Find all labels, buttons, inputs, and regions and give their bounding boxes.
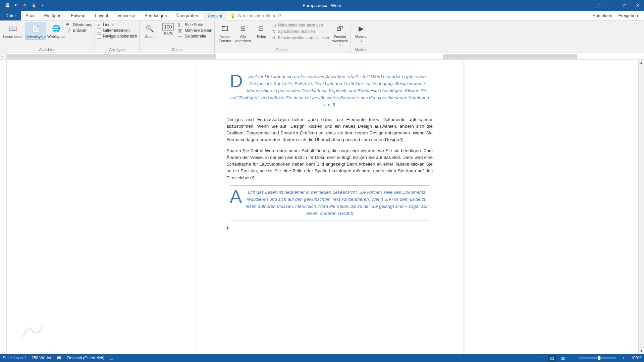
quote-block-1[interactable]: D amit Ihr Dokument ein professionelles … [230, 70, 429, 112]
file-tab[interactable]: Datei [0, 11, 21, 20]
spellcheck-icon[interactable]: 📖 [57, 356, 62, 360]
status-bar: Seite 1 von 1 258 Wörter 📖 Deutsch (Öste… [0, 354, 644, 362]
tab-start[interactable]: Start [21, 11, 39, 20]
sync-scroll-button: ⇅ Synchrones Scrollen [271, 29, 330, 34]
qat-customize-icon[interactable]: ▾ [38, 1, 46, 9]
group-label-zoom: Zoom [142, 47, 212, 53]
one-page-button[interactable]: ▯ Eine Seite [178, 22, 212, 27]
reset-pos-button: ↺ Fensterposition zurücksetzen [271, 35, 330, 41]
ruler-checkbox[interactable]: ✓ Lineal [97, 22, 137, 27]
horizontal-ruler[interactable]: ⌐ [0, 53, 644, 60]
tab-selector-icon[interactable]: ⌐ [0, 53, 7, 59]
side-by-side-icon: ▯▯ [271, 22, 276, 28]
sign-in-link[interactable]: Anmelden [593, 13, 612, 18]
tab-entwurf[interactable]: Entwurf [66, 11, 90, 20]
sync-scroll-icon: ⇅ [271, 29, 276, 34]
watermark-icon [20, 320, 45, 341]
tab-ueberpruefen[interactable]: Überprüfen [172, 11, 203, 20]
macros-icon: ▶ [356, 23, 367, 34]
maximize-icon[interactable]: □ [619, 1, 631, 10]
vertical-ruler[interactable] [0, 60, 7, 354]
draft-button[interactable]: 📝 Entwurf [66, 28, 93, 33]
nav-pane-checkbox[interactable]: Navigationsbereich [97, 34, 137, 39]
draft-icon: 📝 [66, 28, 71, 33]
group-label-fenster: Fenster [217, 47, 348, 53]
word-count[interactable]: 258 Wörter [32, 356, 51, 360]
print-layout-button[interactable]: 📄 Seitenlayout [25, 22, 46, 40]
tab-einfuegen[interactable]: Einfügen [40, 11, 66, 20]
ribbon: 📖 Lesemodus 📄 Seitenlayout 🌐 Weblayout ☰… [0, 21, 644, 53]
scroll-up-icon[interactable]: ▲ [639, 60, 644, 65]
zoom-in-button[interactable]: + [620, 355, 626, 361]
switch-windows-button[interactable]: 🗗 Fenster wechseln [332, 22, 348, 47]
undo-icon[interactable]: ↶ [12, 1, 20, 9]
tab-layout[interactable]: Layout [90, 11, 113, 20]
print-layout-view-icon[interactable]: ▤ [548, 355, 556, 361]
web-layout-icon: 🌐 [51, 23, 61, 34]
zoom-slider[interactable] [579, 357, 616, 359]
zoom-out-button[interactable]: − [569, 355, 575, 361]
read-mode-icon: 📖 [7, 23, 18, 34]
quote-2-text: uch das Lesen ist bequemer in der neuen … [246, 190, 428, 216]
page[interactable]: D amit Ihr Dokument ein professionelles … [196, 60, 463, 354]
multi-page-button[interactable]: ▯▯ Mehrere Seiten [178, 28, 212, 33]
group-zoom: 🔍 Zoom 100 100% ▯ Eine Seite ▯▯ Mehrere … [140, 21, 215, 53]
document-canvas[interactable]: D amit Ihr Dokument ein professionelles … [7, 60, 644, 354]
checkbox-icon [97, 34, 101, 39]
gridlines-checkbox[interactable]: Gitternetzlinien [97, 28, 137, 33]
group-label-makros: Makros [353, 47, 370, 53]
empty-paragraph[interactable]: ¶ [226, 225, 433, 232]
tab-ansicht[interactable]: Ansicht [203, 11, 227, 21]
web-layout-button[interactable]: 🌐 Weblayout [48, 22, 64, 39]
arrange-all-button[interactable]: ⊞ Alle anordnen [235, 22, 252, 43]
paragraph-2[interactable]: Designs und Formatvorlagen helfen auch d… [226, 116, 433, 143]
split-icon: ⊟ [256, 23, 267, 34]
checkbox-icon [97, 28, 101, 33]
ribbon-display-options-icon[interactable]: ▭ [594, 1, 603, 7]
tab-sendungen[interactable]: Sendungen [140, 11, 172, 20]
scroll-down-icon[interactable]: ▼ [639, 348, 644, 354]
group-anzeigen: ✓ Lineal Gitternetzlinien Navigationsber… [95, 21, 140, 53]
zoom-level[interactable]: 100% [631, 356, 641, 360]
read-mode-view-icon[interactable]: ▭ [537, 355, 546, 361]
hundred-icon: 100 [162, 23, 174, 31]
tab-verweise[interactable]: Verweise [113, 11, 140, 20]
tell-me-search[interactable]: 💡 Was möchten Sie tun? [230, 11, 281, 20]
macro-recording-icon[interactable]: ▢ [110, 356, 113, 360]
hundred-percent-button[interactable]: 100 100% [160, 22, 176, 36]
switch-windows-icon: 🗗 [335, 23, 345, 34]
group-makros: ▶ Makros Makros [351, 21, 372, 53]
outline-button[interactable]: ☰ Gliederung [66, 22, 93, 27]
new-window-button[interactable]: 🗔 Neues Fenster [217, 22, 233, 43]
language-indicator[interactable]: Deutsch (Österreich) [67, 356, 104, 360]
split-button[interactable]: ⊟ Teilen [253, 22, 270, 39]
group-fenster: 🗔 Neues Fenster ⊞ Alle anordnen ⊟ Teilen… [215, 21, 351, 53]
dropcap-2: A [230, 189, 244, 204]
minimize-icon[interactable]: — [606, 1, 619, 10]
read-mode-button[interactable]: 📖 Lesemodus [2, 22, 23, 39]
group-label-ansichten: Ansichten [2, 47, 93, 53]
web-layout-view-icon[interactable]: ▦ [558, 355, 567, 361]
zoom-button[interactable]: 🔍 Zoom [142, 22, 158, 39]
lightbulb-icon: 💡 [230, 13, 235, 18]
close-icon[interactable]: ✕ [631, 1, 644, 10]
zoom-slider-thumb[interactable] [598, 356, 600, 360]
print-layout-icon: 📄 [30, 23, 41, 34]
page-width-button[interactable]: ↔ Seitenbreite [178, 34, 212, 39]
ribbon-tabs: Datei Start Einfügen Entwurf Layout Verw… [0, 11, 644, 21]
reset-pos-icon: ↺ [271, 35, 276, 41]
outline-icon: ☰ [66, 22, 71, 27]
page-indicator[interactable]: Seite 1 von 1 [3, 356, 26, 360]
vertical-scrollbar[interactable]: ▲ ▼ [638, 60, 644, 354]
quote-block-2[interactable]: A uch das Lesen ist bequemer in der neue… [230, 185, 429, 221]
paragraph-3[interactable]: Sparen Sie Zeit in Word dank neuer Schal… [226, 147, 433, 181]
tell-me-placeholder: Was möchten Sie tun? [237, 13, 281, 18]
save-icon[interactable]: 💾 [3, 1, 11, 9]
new-window-icon: 🗔 [220, 23, 230, 34]
macros-button[interactable]: ▶ Makros [353, 22, 370, 43]
redo-icon[interactable]: ↻ [21, 1, 29, 9]
window-title: Europa.docx - Word [303, 3, 341, 8]
share-button[interactable]: Freigeben [618, 13, 638, 18]
arrange-all-icon: ⊞ [238, 23, 249, 34]
touch-mode-icon[interactable]: 👆 [30, 1, 38, 9]
